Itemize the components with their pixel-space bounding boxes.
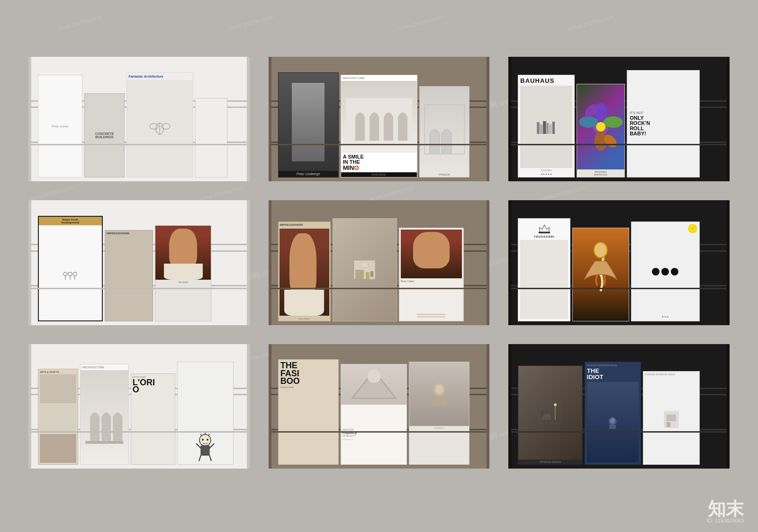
- svg-point-20: [63, 272, 67, 276]
- svg-point-16: [604, 116, 623, 128]
- shelf-8-books: THEFASIBOO fashion book WINTER: [278, 348, 480, 465]
- svg-rect-31: [417, 314, 445, 315]
- book-s5b2: [333, 218, 397, 321]
- svg-point-15: [579, 116, 598, 128]
- book-s3b2: MADONNAMAPEROSA: [577, 84, 625, 177]
- book-s4b1: Notes FromUnderground: [38, 216, 103, 321]
- svg-rect-32: [417, 316, 445, 318]
- svg-rect-10: [549, 124, 552, 134]
- book-s8b2: WINTER FINANCE OF BEAUTY Dan Andross: [341, 364, 407, 465]
- svg-line-48: [196, 443, 201, 448]
- svg-rect-9: [547, 123, 549, 134]
- shelf-4-books: Notes FromUnderground: [38, 204, 240, 321]
- book-s8b3: OF BEAUTY: [409, 362, 469, 465]
- svg-rect-58: [542, 414, 551, 420]
- svg-rect-30: [361, 263, 368, 267]
- svg-point-2: [162, 124, 170, 129]
- book-s6b3: = b o o: [631, 222, 700, 321]
- book-s9b1: INTERIOR DESIGN: [518, 365, 583, 465]
- shelf-5-books: IMPRESSIONISM Rene Caillas: [278, 204, 480, 321]
- svg-rect-11: [552, 122, 555, 134]
- book-s7b4: [177, 362, 234, 465]
- svg-line-42: [208, 434, 210, 435]
- book-s7b3: pierre cardin L'ORIO: [131, 373, 175, 465]
- svg-rect-28: [366, 272, 370, 279]
- book-s2b2: ARCHITECTURE A SMILEIN THE: [341, 75, 417, 178]
- shelf-1-books: Philip Jodidio CONCRETEBUILDINGS Fantast…: [38, 61, 240, 177]
- svg-point-36: [661, 268, 669, 275]
- svg-rect-59: [541, 410, 543, 416]
- svg-rect-8: [543, 121, 546, 134]
- svg-point-43: [202, 439, 204, 441]
- svg-rect-7: [540, 124, 542, 134]
- svg-point-21: [68, 272, 72, 276]
- book-s1b3: Fantastic Architecture: [126, 72, 193, 178]
- svg-point-34: [594, 242, 607, 258]
- svg-point-57: [554, 403, 557, 406]
- svg-rect-6: [537, 122, 540, 134]
- shelf-2-books: Peter Lindbergh ARCHITECTURE: [278, 61, 480, 177]
- book-s5b3: Rene Caillas: [399, 228, 464, 321]
- shelf-3: BAUHAUS TASCHEN ▲▲▲▲▲: [508, 57, 730, 181]
- svg-point-1: [150, 124, 158, 129]
- book-s9b2: FASHION INTERIOR ISSUE THEIDIOT: [585, 362, 641, 465]
- svg-point-35: [652, 268, 659, 275]
- book-s4b3: Van Eyck: [155, 225, 211, 321]
- book-s2b3: PHAIDON: [419, 86, 470, 177]
- svg-point-51: [367, 370, 380, 383]
- book-s8b1: THEFASIBOO fashion book: [278, 359, 339, 465]
- shelf-2: Peter Lindbergh ARCHITECTURE: [269, 57, 490, 181]
- shelf-9-books: INTERIOR DESIGN FASHION INTERIOR ISSUE T…: [518, 348, 720, 465]
- watermark-3: www.znzmo.com: [398, 13, 444, 32]
- shelf-7-books: ARTS & CRAFTS ARCHITECTURE: [38, 348, 240, 465]
- book-s6b2: [572, 228, 629, 321]
- watermark-1: www.znzmo.com: [57, 13, 103, 32]
- svg-point-53: [435, 384, 443, 394]
- shelf-5: IMPRESSIONISM Rene Caillas: [269, 200, 490, 325]
- shelf-6: TRUSSARDI: [508, 200, 730, 325]
- svg-line-41: [200, 434, 202, 435]
- svg-rect-64: [667, 415, 676, 421]
- watermark-2: www.znzmo.com: [227, 13, 274, 32]
- book-s1b1: Philip Jodidio: [38, 75, 82, 178]
- book-s5b1: IMPRESSIONISM Rene Caillas: [278, 222, 331, 321]
- book-s1b4: [195, 98, 227, 177]
- book-s2b1: Peter Lindbergh: [278, 72, 339, 178]
- svg-rect-29: [370, 271, 373, 277]
- book-s4b2: IMPRESSIONISM: [105, 230, 153, 321]
- book-s3b1: BAUHAUS TASCHEN ▲▲▲▲▲: [518, 75, 574, 178]
- book-s7b1: ARTS & CRAFTS: [38, 369, 78, 465]
- svg-point-61: [610, 418, 615, 424]
- logo-chinese: 知末: [708, 500, 744, 518]
- svg-point-19: [596, 122, 605, 132]
- book-s6b1: TRUSSARDI: [518, 218, 570, 321]
- svg-point-37: [671, 268, 678, 275]
- svg-rect-62: [609, 425, 616, 429]
- book-s7b2: ARCHITECTURE: [80, 364, 128, 465]
- svg-point-44: [207, 439, 208, 441]
- svg-line-46: [199, 455, 201, 461]
- shelves-grid: Philip Jodidio CONCRETEBUILDINGS Fantast…: [28, 57, 730, 469]
- shelf-7: ARTS & CRAFTS ARCHITECTURE: [28, 344, 250, 469]
- shelf-4: Notes FromUnderground: [28, 200, 250, 325]
- svg-rect-65: [667, 422, 670, 427]
- site-logo: 知末 ID: 1183829063: [707, 500, 744, 523]
- svg-line-47: [209, 455, 211, 461]
- logo-id: ID: 1183829063: [707, 518, 744, 523]
- shelf-8: THEFASIBOO fashion book WINTER: [269, 344, 490, 469]
- shelf-1: Philip Jodidio CONCRETEBUILDINGS Fantast…: [28, 57, 250, 181]
- book-s9b3: FASHION INTERIOR ISSUE: [643, 371, 699, 465]
- shelf-3-books: BAUHAUS TASCHEN ▲▲▲▲▲: [518, 61, 720, 177]
- watermark-4: www.znzmo.com: [568, 13, 615, 32]
- svg-rect-38: [85, 441, 123, 444]
- svg-point-22: [73, 272, 77, 276]
- book-s1b2: CONCRETEBUILDINGS: [84, 93, 125, 177]
- svg-rect-45: [201, 446, 209, 455]
- shelf-9: INTERIOR DESIGN FASHION INTERIOR ISSUE T…: [508, 344, 730, 469]
- book-s3b3: IT'S NOT ONLYROCK'NROLLBABY!: [627, 70, 700, 178]
- svg-rect-27: [355, 270, 364, 279]
- svg-rect-33: [539, 232, 550, 233]
- svg-line-49: [209, 443, 214, 448]
- shelf-6-books: TRUSSARDI: [518, 204, 720, 321]
